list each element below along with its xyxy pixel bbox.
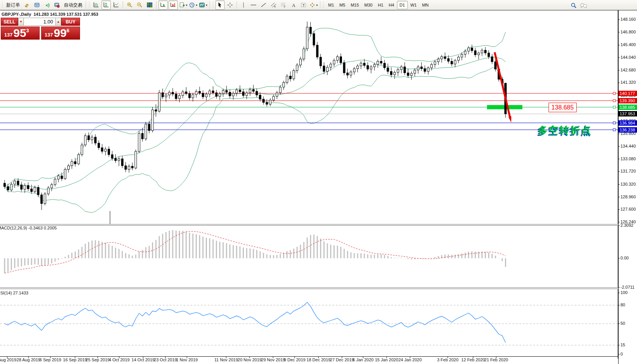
sell-price-main: 95 xyxy=(13,27,26,39)
toolbar-separator xyxy=(156,1,157,9)
chart-shift-icon[interactable] xyxy=(168,0,178,10)
price-tick-label: 133.080 xyxy=(620,156,636,161)
date-label: 28 Aug 2019 xyxy=(17,357,40,362)
tab-timeframe-m15[interactable]: M15 xyxy=(348,1,362,9)
toolbar-grip[interactable] xyxy=(88,2,90,8)
tile-windows-icon[interactable] xyxy=(145,0,154,10)
periods-icon[interactable]: ▾ xyxy=(188,0,198,10)
horizontal-line-icon[interactable] xyxy=(249,0,258,10)
mt4-terminal-window: 新订单 自动交易 xyxy=(0,0,637,364)
volume-input[interactable] xyxy=(24,18,55,26)
price-tick-label: 148.160 xyxy=(620,17,636,22)
tab-timeframe-h1[interactable]: H1 xyxy=(375,1,386,9)
text-icon[interactable]: A xyxy=(289,0,298,10)
date-label: 14 Oct 2019 xyxy=(132,357,155,362)
tab-timeframe-mn[interactable]: MN xyxy=(419,1,431,9)
tab-timeframe-h4[interactable]: H4 xyxy=(386,1,397,9)
date-label: 3 Feb 2020 xyxy=(437,357,459,362)
buy-button[interactable]: BUY xyxy=(61,18,80,26)
signal-icon[interactable] xyxy=(42,0,52,10)
current-price-badge: 137.953 xyxy=(619,111,637,116)
toolbar-grip[interactable] xyxy=(212,2,214,8)
svg-text:E: E xyxy=(274,5,276,8)
volume-up-button[interactable]: ▲ xyxy=(55,18,61,26)
zoom-out-icon[interactable] xyxy=(135,0,144,10)
chevron-down-icon: ▾ xyxy=(316,3,318,7)
buy-price-base: 137 xyxy=(45,32,53,38)
buy-price-tile[interactable]: 137 99 6 xyxy=(41,27,80,40)
macd-tick-label: 2.3092 xyxy=(620,223,634,228)
toolbar-grip[interactable] xyxy=(2,2,3,8)
one-click-trading-panel: SELL ▼ ▲ BUY 137 95 3 137 99 6 xyxy=(1,18,81,40)
fibonacci-icon[interactable]: F xyxy=(279,0,288,10)
vertical-line-icon[interactable] xyxy=(239,0,248,10)
arrows-icon[interactable]: ▾ xyxy=(309,0,318,10)
date-label: 1 Nov 2019 xyxy=(176,357,198,362)
price-level-badge: 136.238 xyxy=(619,127,637,133)
macd-indicator-label: MACD(12,26,9) -0.3463 0.2005 xyxy=(0,226,57,230)
search-icon[interactable] xyxy=(569,1,578,10)
auto-trading-button[interactable]: 自动交易 xyxy=(62,0,84,10)
date-label: 4 Oct 2019 xyxy=(109,357,130,362)
text-label-icon[interactable]: T xyxy=(299,0,308,10)
tab-timeframe-m5[interactable]: M5 xyxy=(337,1,348,9)
price-tick-label: 128.960 xyxy=(620,194,636,199)
auto-trading-icon[interactable] xyxy=(52,0,62,10)
toolbar-separator xyxy=(320,1,320,9)
equidistant-channel-icon[interactable]: E xyxy=(269,0,278,10)
rsi-tick-label: 80 xyxy=(620,303,625,307)
line-chart-icon[interactable] xyxy=(112,0,121,10)
gold-icon[interactable] xyxy=(22,0,32,10)
panel-splitter[interactable] xyxy=(0,224,618,226)
new-order-button[interactable]: 新订单 xyxy=(5,0,22,10)
price-level-callout[interactable]: 138.685 xyxy=(549,103,577,112)
chat-icon[interactable] xyxy=(579,1,588,10)
macd-tick-label: 0.00 xyxy=(620,256,629,260)
date-label: 18 Dec 2019 xyxy=(307,357,330,362)
rsi-tick-label: 15 xyxy=(620,342,625,347)
price-tick-label: 145.400 xyxy=(620,42,636,47)
date-label: 11 Nov 2019 xyxy=(214,357,238,362)
price-tick-label: 144.040 xyxy=(620,55,636,60)
tab-timeframe-d1[interactable]: D1 xyxy=(397,1,408,9)
auto-scroll-icon[interactable] xyxy=(158,0,168,10)
bar-chart-icon[interactable] xyxy=(92,0,101,10)
date-label: 15 Jan 2020 xyxy=(375,357,399,362)
date-label: 25 Sep 2019 xyxy=(86,357,110,362)
volume-down-button[interactable]: ▼ xyxy=(18,18,24,26)
candlestick-chart-icon[interactable] xyxy=(102,0,111,10)
mail-icon[interactable] xyxy=(32,0,42,10)
templates-icon[interactable]: ▾ xyxy=(198,0,208,10)
panel-splitter[interactable] xyxy=(0,288,618,289)
cursor-icon[interactable] xyxy=(215,0,225,10)
new-chart-icon[interactable]: ▾ xyxy=(178,0,188,10)
tab-timeframe-w1[interactable]: W1 xyxy=(408,1,420,9)
date-label: 6 Sep 2019 xyxy=(40,357,61,362)
macd-tick-label: -2.0711 xyxy=(620,285,635,289)
toolbar-separator xyxy=(86,1,86,9)
price-tick-label: 142.680 xyxy=(620,68,636,72)
date-label: 6 Jan 2020 xyxy=(353,357,374,362)
zoom-in-icon[interactable] xyxy=(125,0,134,10)
tab-timeframe-m1[interactable]: M1 xyxy=(325,1,337,9)
sell-button[interactable]: SELL xyxy=(1,18,18,26)
auto-trading-label: 自动交易 xyxy=(63,2,83,8)
price-tick-label: 134.440 xyxy=(620,144,636,148)
tab-timeframe-m30[interactable]: M30 xyxy=(362,1,375,9)
chart-canvas[interactable] xyxy=(0,0,637,364)
price-level-badge: 136.984 xyxy=(619,120,637,126)
chart-ohlc: 141.283 141.339 137.531 137.953 xyxy=(33,12,98,17)
sell-price-tile[interactable]: 137 95 3 xyxy=(1,27,40,40)
date-label: Aug 2019 xyxy=(0,357,17,362)
crosshair-icon[interactable] xyxy=(225,0,235,10)
price-tick-label: 141.320 xyxy=(620,80,636,85)
toolbar-grip[interactable] xyxy=(323,2,325,8)
rsi-indicator-label: RSI(14) 27.1433 xyxy=(0,291,28,295)
date-label: 12 Feb 2020 xyxy=(461,357,485,362)
svg-text:F: F xyxy=(284,5,285,8)
toolbar-separator xyxy=(210,1,210,9)
sell-price-base: 137 xyxy=(4,32,13,38)
date-label: 16 Sep 2019 xyxy=(63,357,87,362)
chevron-down-icon: ▾ xyxy=(186,3,187,7)
trendline-icon[interactable] xyxy=(259,0,268,10)
